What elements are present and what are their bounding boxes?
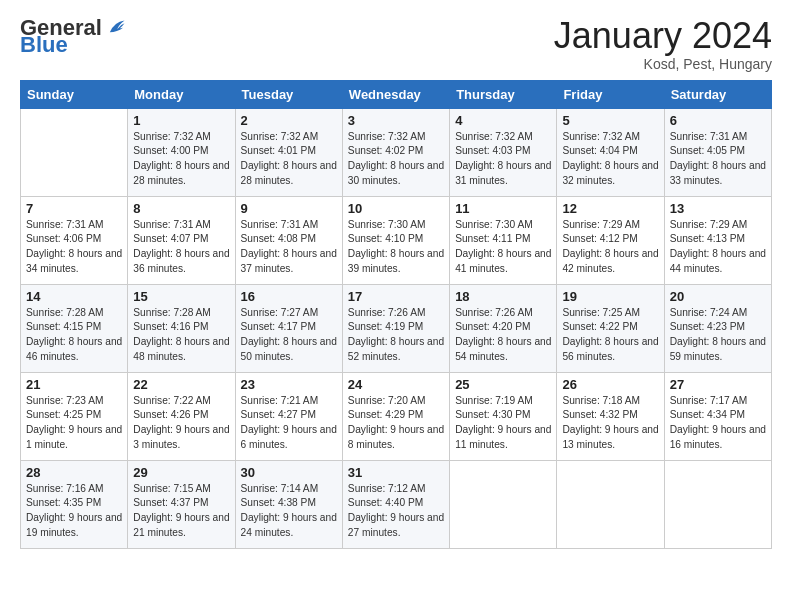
- cell-week1-day6: 5Sunrise: 7:32 AM Sunset: 4:04 PM Daylig…: [557, 108, 664, 196]
- cell-week5-day4: 31Sunrise: 7:12 AM Sunset: 4:40 PM Dayli…: [342, 460, 449, 548]
- day-info: Sunrise: 7:16 AM Sunset: 4:35 PM Dayligh…: [26, 482, 122, 541]
- day-info: Sunrise: 7:28 AM Sunset: 4:16 PM Dayligh…: [133, 306, 229, 365]
- cell-week2-day3: 9Sunrise: 7:31 AM Sunset: 4:08 PM Daylig…: [235, 196, 342, 284]
- page-header: General Blue January 2024 Kosd, Pest, Hu…: [20, 16, 772, 72]
- header-monday: Monday: [128, 80, 235, 108]
- day-number: 21: [26, 377, 122, 392]
- day-number: 31: [348, 465, 444, 480]
- cell-week3-day6: 19Sunrise: 7:25 AM Sunset: 4:22 PM Dayli…: [557, 284, 664, 372]
- day-info: Sunrise: 7:14 AM Sunset: 4:38 PM Dayligh…: [241, 482, 337, 541]
- day-info: Sunrise: 7:31 AM Sunset: 4:06 PM Dayligh…: [26, 218, 122, 277]
- cell-week2-day5: 11Sunrise: 7:30 AM Sunset: 4:11 PM Dayli…: [450, 196, 557, 284]
- day-info: Sunrise: 7:15 AM Sunset: 4:37 PM Dayligh…: [133, 482, 229, 541]
- day-info: Sunrise: 7:25 AM Sunset: 4:22 PM Dayligh…: [562, 306, 658, 365]
- cell-week1-day5: 4Sunrise: 7:32 AM Sunset: 4:03 PM Daylig…: [450, 108, 557, 196]
- day-info: Sunrise: 7:18 AM Sunset: 4:32 PM Dayligh…: [562, 394, 658, 453]
- cell-week5-day7: [664, 460, 771, 548]
- day-info: Sunrise: 7:20 AM Sunset: 4:29 PM Dayligh…: [348, 394, 444, 453]
- cell-week2-day4: 10Sunrise: 7:30 AM Sunset: 4:10 PM Dayli…: [342, 196, 449, 284]
- day-info: Sunrise: 7:30 AM Sunset: 4:11 PM Dayligh…: [455, 218, 551, 277]
- day-number: 23: [241, 377, 337, 392]
- cell-week2-day7: 13Sunrise: 7:29 AM Sunset: 4:13 PM Dayli…: [664, 196, 771, 284]
- cell-week3-day3: 16Sunrise: 7:27 AM Sunset: 4:17 PM Dayli…: [235, 284, 342, 372]
- day-info: Sunrise: 7:24 AM Sunset: 4:23 PM Dayligh…: [670, 306, 766, 365]
- logo-blue-text: Blue: [20, 34, 68, 56]
- day-info: Sunrise: 7:31 AM Sunset: 4:08 PM Dayligh…: [241, 218, 337, 277]
- cell-week5-day2: 29Sunrise: 7:15 AM Sunset: 4:37 PM Dayli…: [128, 460, 235, 548]
- day-info: Sunrise: 7:28 AM Sunset: 4:15 PM Dayligh…: [26, 306, 122, 365]
- day-number: 10: [348, 201, 444, 216]
- cell-week4-day5: 25Sunrise: 7:19 AM Sunset: 4:30 PM Dayli…: [450, 372, 557, 460]
- cell-week3-day2: 15Sunrise: 7:28 AM Sunset: 4:16 PM Dayli…: [128, 284, 235, 372]
- day-number: 5: [562, 113, 658, 128]
- day-info: Sunrise: 7:31 AM Sunset: 4:05 PM Dayligh…: [670, 130, 766, 189]
- day-number: 24: [348, 377, 444, 392]
- day-number: 14: [26, 289, 122, 304]
- cell-week1-day3: 2Sunrise: 7:32 AM Sunset: 4:01 PM Daylig…: [235, 108, 342, 196]
- week-row-2: 7Sunrise: 7:31 AM Sunset: 4:06 PM Daylig…: [21, 196, 772, 284]
- cell-week5-day6: [557, 460, 664, 548]
- day-number: 30: [241, 465, 337, 480]
- logo: General Blue: [20, 16, 126, 56]
- cell-week1-day7: 6Sunrise: 7:31 AM Sunset: 4:05 PM Daylig…: [664, 108, 771, 196]
- day-number: 2: [241, 113, 337, 128]
- day-number: 17: [348, 289, 444, 304]
- day-info: Sunrise: 7:29 AM Sunset: 4:13 PM Dayligh…: [670, 218, 766, 277]
- day-info: Sunrise: 7:26 AM Sunset: 4:19 PM Dayligh…: [348, 306, 444, 365]
- day-info: Sunrise: 7:22 AM Sunset: 4:26 PM Dayligh…: [133, 394, 229, 453]
- day-info: Sunrise: 7:12 AM Sunset: 4:40 PM Dayligh…: [348, 482, 444, 541]
- cell-week4-day4: 24Sunrise: 7:20 AM Sunset: 4:29 PM Dayli…: [342, 372, 449, 460]
- day-number: 22: [133, 377, 229, 392]
- header-wednesday: Wednesday: [342, 80, 449, 108]
- day-number: 25: [455, 377, 551, 392]
- cell-week4-day6: 26Sunrise: 7:18 AM Sunset: 4:32 PM Dayli…: [557, 372, 664, 460]
- day-number: 11: [455, 201, 551, 216]
- day-info: Sunrise: 7:29 AM Sunset: 4:12 PM Dayligh…: [562, 218, 658, 277]
- calendar-header-row: SundayMondayTuesdayWednesdayThursdayFrid…: [21, 80, 772, 108]
- day-info: Sunrise: 7:27 AM Sunset: 4:17 PM Dayligh…: [241, 306, 337, 365]
- cell-week1-day4: 3Sunrise: 7:32 AM Sunset: 4:02 PM Daylig…: [342, 108, 449, 196]
- cell-week2-day1: 7Sunrise: 7:31 AM Sunset: 4:06 PM Daylig…: [21, 196, 128, 284]
- header-tuesday: Tuesday: [235, 80, 342, 108]
- day-number: 6: [670, 113, 766, 128]
- cell-week4-day7: 27Sunrise: 7:17 AM Sunset: 4:34 PM Dayli…: [664, 372, 771, 460]
- week-row-1: 1Sunrise: 7:32 AM Sunset: 4:00 PM Daylig…: [21, 108, 772, 196]
- cell-week4-day2: 22Sunrise: 7:22 AM Sunset: 4:26 PM Dayli…: [128, 372, 235, 460]
- day-number: 4: [455, 113, 551, 128]
- day-number: 19: [562, 289, 658, 304]
- day-number: 13: [670, 201, 766, 216]
- header-thursday: Thursday: [450, 80, 557, 108]
- cell-week2-day2: 8Sunrise: 7:31 AM Sunset: 4:07 PM Daylig…: [128, 196, 235, 284]
- cell-week3-day5: 18Sunrise: 7:26 AM Sunset: 4:20 PM Dayli…: [450, 284, 557, 372]
- logo-bird-icon: [104, 16, 126, 38]
- week-row-5: 28Sunrise: 7:16 AM Sunset: 4:35 PM Dayli…: [21, 460, 772, 548]
- cell-week5-day5: [450, 460, 557, 548]
- cell-week4-day3: 23Sunrise: 7:21 AM Sunset: 4:27 PM Dayli…: [235, 372, 342, 460]
- cell-week3-day1: 14Sunrise: 7:28 AM Sunset: 4:15 PM Dayli…: [21, 284, 128, 372]
- cell-week5-day3: 30Sunrise: 7:14 AM Sunset: 4:38 PM Dayli…: [235, 460, 342, 548]
- day-number: 15: [133, 289, 229, 304]
- month-title: January 2024: [554, 16, 772, 56]
- calendar-table: SundayMondayTuesdayWednesdayThursdayFrid…: [20, 80, 772, 549]
- day-info: Sunrise: 7:32 AM Sunset: 4:00 PM Dayligh…: [133, 130, 229, 189]
- cell-week3-day7: 20Sunrise: 7:24 AM Sunset: 4:23 PM Dayli…: [664, 284, 771, 372]
- day-info: Sunrise: 7:23 AM Sunset: 4:25 PM Dayligh…: [26, 394, 122, 453]
- title-section: January 2024 Kosd, Pest, Hungary: [554, 16, 772, 72]
- day-info: Sunrise: 7:21 AM Sunset: 4:27 PM Dayligh…: [241, 394, 337, 453]
- day-number: 28: [26, 465, 122, 480]
- day-number: 27: [670, 377, 766, 392]
- location-text: Kosd, Pest, Hungary: [554, 56, 772, 72]
- cell-week4-day1: 21Sunrise: 7:23 AM Sunset: 4:25 PM Dayli…: [21, 372, 128, 460]
- day-number: 8: [133, 201, 229, 216]
- day-info: Sunrise: 7:32 AM Sunset: 4:02 PM Dayligh…: [348, 130, 444, 189]
- day-number: 18: [455, 289, 551, 304]
- cell-week1-day2: 1Sunrise: 7:32 AM Sunset: 4:00 PM Daylig…: [128, 108, 235, 196]
- week-row-4: 21Sunrise: 7:23 AM Sunset: 4:25 PM Dayli…: [21, 372, 772, 460]
- header-sunday: Sunday: [21, 80, 128, 108]
- day-number: 3: [348, 113, 444, 128]
- cell-week5-day1: 28Sunrise: 7:16 AM Sunset: 4:35 PM Dayli…: [21, 460, 128, 548]
- cell-week3-day4: 17Sunrise: 7:26 AM Sunset: 4:19 PM Dayli…: [342, 284, 449, 372]
- day-info: Sunrise: 7:30 AM Sunset: 4:10 PM Dayligh…: [348, 218, 444, 277]
- day-number: 29: [133, 465, 229, 480]
- day-info: Sunrise: 7:32 AM Sunset: 4:03 PM Dayligh…: [455, 130, 551, 189]
